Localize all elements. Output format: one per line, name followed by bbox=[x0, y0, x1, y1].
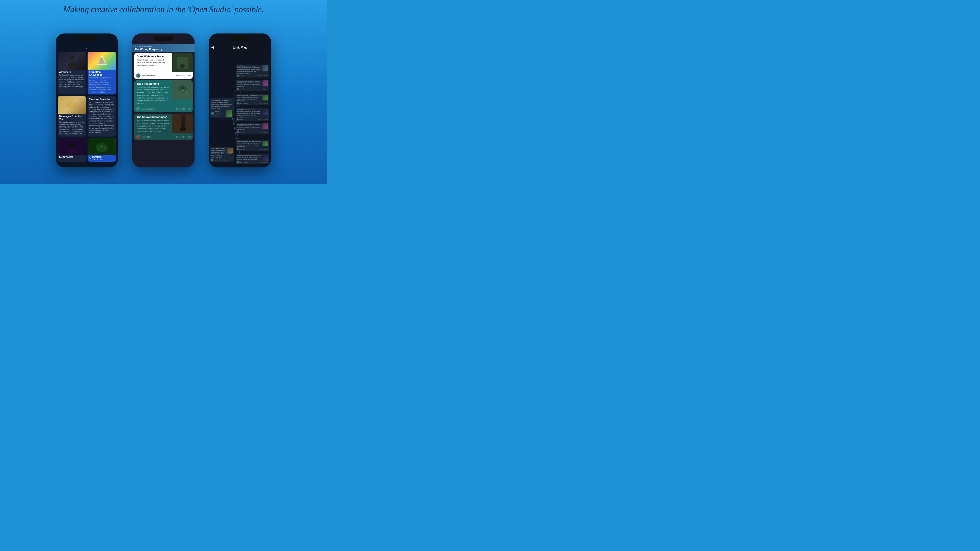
story3-image bbox=[172, 114, 192, 133]
forgotten-knowledge-card[interactable]: Forgotten Knowledge Professor Davies por… bbox=[88, 52, 116, 94]
create-icon: ✎ bbox=[89, 157, 91, 160]
p1-card-grid: Aftermath Paul couldn't sleep, memories … bbox=[56, 52, 118, 137]
story-gone-without-trace[interactable]: Gone Without a Trace Katie's disappearan… bbox=[134, 53, 192, 79]
story2-avatar bbox=[136, 106, 140, 111]
story2-stats: 3 roots 833 quoted bbox=[176, 108, 191, 110]
p3-header: ◀ Link Map bbox=[209, 44, 271, 51]
forgotten-image bbox=[88, 52, 116, 70]
story-first-sighting[interactable]: The First Sighting The sleek metal objec… bbox=[134, 80, 192, 112]
map-node-1[interactable]: The SCP Foundation is a secret organizat… bbox=[235, 65, 269, 78]
map-node-4[interactable]: The SCP Foundation is a secret organizat… bbox=[235, 108, 269, 121]
phone-1-screen: ⌄ Aftermath Paul couldn't sleep, memorie… bbox=[56, 33, 118, 167]
story3-footer: Imma Chen 3 roots 124 quoted bbox=[134, 133, 192, 140]
svg-point-9 bbox=[69, 142, 75, 148]
messages-void-card[interactable]: Messages from the Void The numbers stati… bbox=[58, 96, 86, 137]
svg-point-20 bbox=[180, 127, 186, 131]
p2-banner-title: The Wrong Frequency bbox=[135, 48, 192, 51]
story2-text: The sleek metal object hovered silently … bbox=[137, 86, 170, 105]
map-node-3[interactable]: The Foundation employs researchers from … bbox=[235, 94, 269, 105]
timeline-deviation-card[interactable]: Timeline Deviation Dr. Erickson checked … bbox=[88, 96, 116, 137]
page-headline: Making creative collaboration in the 'Op… bbox=[0, 4, 327, 14]
story3-title: The Sprawling Darkness bbox=[137, 116, 170, 118]
forgotten-text: Professor Davies pores over the folder o… bbox=[89, 77, 115, 93]
aftermath-text: Paul couldn't sleep, memories of shatter… bbox=[59, 74, 85, 88]
link-map-canvas[interactable]: The Foundation controls many facilities … bbox=[209, 51, 271, 166]
svg-rect-19 bbox=[181, 115, 185, 128]
map-node-7[interactable]: The salvage team entered the abandoned s… bbox=[235, 140, 269, 151]
through-image bbox=[88, 138, 116, 155]
link-map-title: Link Map bbox=[217, 45, 263, 49]
story2-image bbox=[172, 80, 192, 100]
p2-banner: Echoes of the Event The Wrong Frequency bbox=[132, 44, 194, 52]
aftermath-title: Aftermath bbox=[59, 71, 85, 73]
story1-text: Katie's disappearance gripped the town. … bbox=[137, 59, 170, 67]
sleepwalker-image bbox=[58, 138, 86, 155]
story1-avatar bbox=[136, 73, 140, 78]
story3-text: Agent Carver had seen what happens when … bbox=[137, 119, 170, 132]
messages-image bbox=[58, 96, 86, 114]
svg-point-14 bbox=[180, 64, 185, 68]
story1-image bbox=[172, 53, 192, 72]
center-node[interactable]: The Foundation controls many facilities … bbox=[210, 98, 234, 118]
phone-3-screen: ◀ Link Map bbox=[209, 33, 271, 167]
phone-3-notch bbox=[231, 36, 250, 41]
p1-header: ⌄ bbox=[56, 44, 118, 52]
aftermath-card[interactable]: Aftermath Paul couldn't sleep, memories … bbox=[58, 52, 86, 94]
through-create-card[interactable]: ✎ Through Create from bbox=[88, 138, 116, 162]
messages-title: Messages from the Void bbox=[59, 115, 85, 121]
chevron-down-icon: ⌄ bbox=[86, 46, 88, 49]
create-from-label: Create from bbox=[92, 158, 103, 161]
phone-1: ⌄ Aftermath Paul couldn't sleep, memorie… bbox=[56, 33, 118, 167]
story3-author: Imma Chen bbox=[142, 136, 174, 138]
p2-banner-eyebrow: Echoes of the Event bbox=[135, 45, 192, 48]
svg-point-11 bbox=[96, 143, 108, 152]
story1-author: elena_marta.eth bbox=[142, 75, 174, 77]
svg-point-17 bbox=[180, 86, 184, 89]
story1-title: Gone Without a Trace bbox=[137, 55, 170, 58]
story2-title: The First Sighting bbox=[137, 82, 170, 85]
map-node-8[interactable]: The Foundation employs researchers from … bbox=[235, 154, 269, 164]
svg-point-8 bbox=[67, 149, 77, 154]
svg-point-6 bbox=[70, 102, 74, 106]
sleepwalker-label: Sleepwalker bbox=[58, 155, 86, 159]
phone-2: Echoes of the Event The Wrong Frequency … bbox=[132, 33, 194, 167]
story2-footer: elena_marta.eth 3 roots 833 quoted bbox=[134, 105, 192, 112]
svg-point-0 bbox=[70, 56, 75, 60]
forgotten-title: Forgotten Knowledge bbox=[89, 71, 115, 76]
story3-stats: 3 roots 124 quoted bbox=[176, 136, 191, 138]
story1-footer: elena_marta.eth 3 roots 833 quoted bbox=[134, 72, 192, 79]
map-node-2[interactable]: The Foundation controls many facilities … bbox=[235, 79, 269, 91]
phone-3: ◀ Link Map bbox=[209, 33, 271, 167]
story1-stats: 3 roots 833 quoted bbox=[176, 75, 191, 76]
map-node-6[interactable]: To the untrained eye, the children looke… bbox=[210, 147, 234, 162]
p1-bottom-cards: Sleepwalker ✎ Through Cre bbox=[56, 138, 118, 164]
story-sprawling-darkness[interactable]: The Sprawling Darkness Agent Carver had … bbox=[134, 114, 192, 140]
phone-2-notch bbox=[154, 36, 173, 41]
timeline-title: Timeline Deviation bbox=[89, 98, 115, 101]
svg-point-1 bbox=[68, 62, 76, 68]
story3-avatar bbox=[136, 135, 140, 139]
sleepwalker-card[interactable]: Sleepwalker bbox=[58, 138, 86, 162]
map-node-5[interactable]: The Foundation controls many facilities … bbox=[235, 123, 269, 134]
story2-author: elena_marta.eth bbox=[142, 108, 174, 110]
phone-2-screen: Echoes of the Event The Wrong Frequency … bbox=[132, 33, 194, 167]
timeline-text: Dr. Erickson checked the logs again. A r… bbox=[89, 101, 115, 134]
phone-1-notch bbox=[77, 36, 96, 41]
messages-text: The numbers station broadcast its encryp… bbox=[59, 121, 85, 135]
phones-container: ⌄ Aftermath Paul couldn't sleep, memorie… bbox=[0, 33, 327, 167]
aftermath-image bbox=[58, 52, 86, 70]
back-button[interactable]: ◀ bbox=[211, 45, 217, 49]
through-label: Through bbox=[92, 156, 103, 158]
